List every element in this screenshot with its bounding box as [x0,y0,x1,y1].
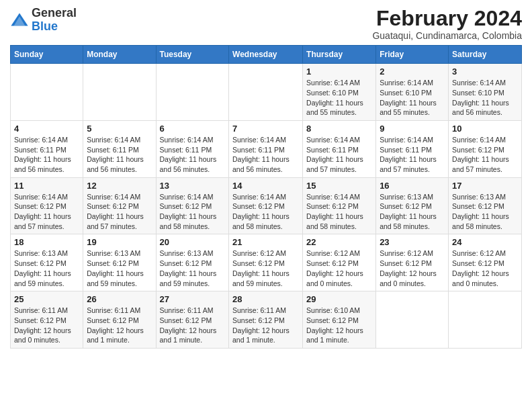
day-number: 12 [87,181,152,191]
day-info: Sunrise: 6:11 AMSunset: 6:12 PMDaylight:… [14,306,79,345]
logo-icon [10,11,29,30]
day-info: Sunrise: 6:14 AMSunset: 6:12 PMDaylight:… [306,192,372,232]
day-number: 20 [160,237,226,247]
calendar-header-row: SundayMondayTuesdayWednesdayThursdayFrid… [11,46,522,64]
day-cell [156,64,229,121]
day-cell [11,64,83,121]
page-header: General Blue February 2024 Guataqui, Cun… [10,7,522,41]
day-cell: 25Sunrise: 6:11 AMSunset: 6:12 PMDayligh… [11,291,83,349]
day-info: Sunrise: 6:11 AMSunset: 6:12 PMDaylight:… [160,306,226,345]
week-row-3: 11Sunrise: 6:14 AMSunset: 6:12 PMDayligh… [11,177,522,234]
day-info: Sunrise: 6:14 AMSunset: 6:10 PMDaylight:… [306,78,372,118]
day-info: Sunrise: 6:14 AMSunset: 6:11 PMDaylight:… [160,135,226,175]
day-number: 23 [380,237,445,247]
day-number: 9 [380,124,445,134]
day-number: 8 [306,124,372,134]
day-info: Sunrise: 6:14 AMSunset: 6:12 PMDaylight:… [452,135,518,175]
day-cell: 9Sunrise: 6:14 AMSunset: 6:11 PMDaylight… [376,120,449,177]
day-info: Sunrise: 6:13 AMSunset: 6:12 PMDaylight:… [160,248,226,288]
day-info: Sunrise: 6:13 AMSunset: 6:12 PMDaylight:… [380,192,445,232]
day-cell: 5Sunrise: 6:14 AMSunset: 6:11 PMDaylight… [83,120,156,177]
day-cell: 13Sunrise: 6:14 AMSunset: 6:12 PMDayligh… [156,177,229,234]
day-info: Sunrise: 6:14 AMSunset: 6:11 PMDaylight:… [87,135,152,175]
day-info: Sunrise: 6:12 AMSunset: 6:12 PMDaylight:… [232,248,299,288]
day-number: 27 [160,294,226,304]
day-header-saturday: Saturday [449,46,522,64]
week-row-1: 1Sunrise: 6:14 AMSunset: 6:10 PMDaylight… [11,64,522,121]
day-cell: 19Sunrise: 6:13 AMSunset: 6:12 PMDayligh… [83,234,156,291]
day-header-wednesday: Wednesday [229,46,303,64]
day-number: 3 [452,66,518,77]
day-number: 11 [14,181,79,191]
day-header-monday: Monday [83,46,156,64]
day-number: 13 [160,181,226,191]
day-info: Sunrise: 6:14 AMSunset: 6:11 PMDaylight:… [232,135,299,175]
day-info: Sunrise: 6:11 AMSunset: 6:12 PMDaylight:… [232,306,299,345]
day-cell: 10Sunrise: 6:14 AMSunset: 6:12 PMDayligh… [449,120,522,177]
day-cell: 29Sunrise: 6:10 AMSunset: 6:12 PMDayligh… [303,291,376,349]
day-info: Sunrise: 6:11 AMSunset: 6:12 PMDaylight:… [87,306,152,345]
day-cell: 7Sunrise: 6:14 AMSunset: 6:11 PMDaylight… [229,120,303,177]
day-cell: 14Sunrise: 6:14 AMSunset: 6:12 PMDayligh… [229,177,303,234]
day-header-sunday: Sunday [11,46,83,64]
day-cell [229,64,303,121]
day-cell [83,64,156,121]
calendar-table: SundayMondayTuesdayWednesdayThursdayFrid… [10,45,522,349]
day-cell: 22Sunrise: 6:12 AMSunset: 6:12 PMDayligh… [303,234,376,291]
day-number: 28 [232,294,299,304]
day-number: 1 [306,66,372,77]
day-cell: 3Sunrise: 6:14 AMSunset: 6:10 PMDaylight… [449,64,522,121]
day-number: 7 [232,124,299,134]
day-info: Sunrise: 6:14 AMSunset: 6:11 PMDaylight:… [306,135,372,175]
day-number: 15 [306,181,372,191]
day-info: Sunrise: 6:14 AMSunset: 6:12 PMDaylight:… [160,192,226,232]
day-cell: 26Sunrise: 6:11 AMSunset: 6:12 PMDayligh… [83,291,156,349]
day-cell: 16Sunrise: 6:13 AMSunset: 6:12 PMDayligh… [376,177,449,234]
day-cell: 2Sunrise: 6:14 AMSunset: 6:10 PMDaylight… [376,64,449,121]
day-number: 10 [452,124,518,134]
title-block: February 2024 Guataqui, Cundinamarca, Co… [372,7,522,41]
day-cell: 20Sunrise: 6:13 AMSunset: 6:12 PMDayligh… [156,234,229,291]
day-info: Sunrise: 6:13 AMSunset: 6:12 PMDaylight:… [87,248,152,288]
day-info: Sunrise: 6:14 AMSunset: 6:12 PMDaylight:… [87,192,152,232]
day-info: Sunrise: 6:12 AMSunset: 6:12 PMDaylight:… [452,248,518,288]
day-info: Sunrise: 6:13 AMSunset: 6:12 PMDaylight:… [452,192,518,232]
day-cell: 8Sunrise: 6:14 AMSunset: 6:11 PMDaylight… [303,120,376,177]
logo: General Blue [10,7,77,34]
month-year-title: February 2024 [372,7,522,30]
day-number: 16 [380,181,445,191]
day-cell: 6Sunrise: 6:14 AMSunset: 6:11 PMDaylight… [156,120,229,177]
day-cell: 23Sunrise: 6:12 AMSunset: 6:12 PMDayligh… [376,234,449,291]
day-number: 6 [160,124,226,134]
day-cell: 18Sunrise: 6:13 AMSunset: 6:12 PMDayligh… [11,234,83,291]
day-cell: 12Sunrise: 6:14 AMSunset: 6:12 PMDayligh… [83,177,156,234]
day-info: Sunrise: 6:14 AMSunset: 6:11 PMDaylight:… [380,135,445,175]
logo-text: General Blue [32,7,77,34]
day-number: 29 [306,294,372,304]
week-row-5: 25Sunrise: 6:11 AMSunset: 6:12 PMDayligh… [11,291,522,349]
day-number: 21 [232,237,299,247]
day-header-friday: Friday [376,46,449,64]
day-cell: 27Sunrise: 6:11 AMSunset: 6:12 PMDayligh… [156,291,229,349]
day-number: 24 [452,237,518,247]
day-number: 5 [87,124,152,134]
day-header-tuesday: Tuesday [156,46,229,64]
day-number: 19 [87,237,152,247]
day-number: 26 [87,294,152,304]
day-cell: 21Sunrise: 6:12 AMSunset: 6:12 PMDayligh… [229,234,303,291]
day-info: Sunrise: 6:13 AMSunset: 6:12 PMDaylight:… [14,248,79,288]
week-row-4: 18Sunrise: 6:13 AMSunset: 6:12 PMDayligh… [11,234,522,291]
day-info: Sunrise: 6:14 AMSunset: 6:11 PMDaylight:… [14,135,79,175]
day-cell: 15Sunrise: 6:14 AMSunset: 6:12 PMDayligh… [303,177,376,234]
day-info: Sunrise: 6:12 AMSunset: 6:12 PMDaylight:… [380,248,445,288]
day-info: Sunrise: 6:14 AMSunset: 6:10 PMDaylight:… [380,78,445,118]
location-subtitle: Guataqui, Cundinamarca, Colombia [372,30,522,41]
day-header-thursday: Thursday [303,46,376,64]
day-info: Sunrise: 6:14 AMSunset: 6:12 PMDaylight:… [232,192,299,232]
day-info: Sunrise: 6:14 AMSunset: 6:10 PMDaylight:… [452,78,518,118]
day-cell [449,291,522,349]
day-cell: 4Sunrise: 6:14 AMSunset: 6:11 PMDaylight… [11,120,83,177]
day-info: Sunrise: 6:14 AMSunset: 6:12 PMDaylight:… [14,192,79,232]
day-number: 4 [14,124,79,134]
day-number: 14 [232,181,299,191]
